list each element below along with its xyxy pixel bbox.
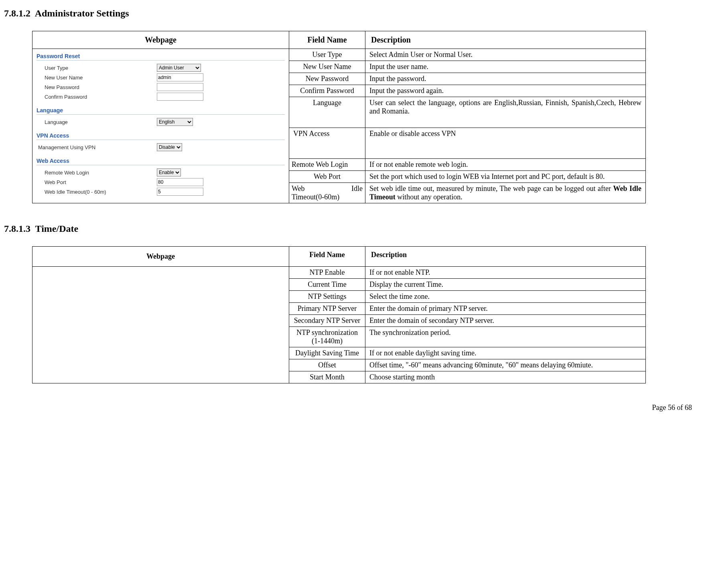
table-header-row: Webpage Field Name Description bbox=[32, 31, 646, 49]
new-password-input[interactable] bbox=[157, 83, 203, 91]
description-cell: The synchronization period. bbox=[365, 327, 646, 347]
field-name-cell: Language bbox=[289, 97, 365, 128]
section-number: 7.8.1.2 bbox=[4, 8, 30, 18]
confirm-password-input[interactable] bbox=[157, 93, 203, 101]
field-name-cell: NTP synchronization (1-1440m) bbox=[289, 327, 365, 347]
field-name-cell: Daylight Saving Time bbox=[289, 347, 365, 359]
webpage-screenshot-cell: Password Reset User Type Admin User New … bbox=[32, 49, 289, 203]
form-row-user-type: User Type Admin User bbox=[37, 63, 285, 73]
description-cell: Display the current Time. bbox=[365, 279, 646, 291]
field-name-cell: Primary NTP Server bbox=[289, 303, 365, 315]
section-title: Time/Date bbox=[35, 223, 79, 234]
table-row: Password Reset User Type Admin User New … bbox=[32, 49, 646, 61]
form-row-web-port: Web Port bbox=[37, 177, 285, 187]
form-row-new-user-name: New User Name bbox=[37, 73, 285, 82]
label-remote-login: Remote Web Login bbox=[45, 170, 157, 176]
label-web-port: Web Port bbox=[45, 179, 157, 185]
description-cell: Enable or disable access VPN bbox=[365, 128, 646, 159]
description-cell: Select Admin User or Normal User. bbox=[365, 49, 646, 61]
section-heading-time-date: 7.8.1.3 Time/Date bbox=[4, 223, 696, 234]
field-name-cell: Current Time bbox=[289, 279, 365, 291]
label-idle-timeout: Web Idle Timeout(0 - 60m) bbox=[45, 189, 157, 195]
th-description: Description bbox=[365, 31, 646, 49]
form-row-new-password: New Password bbox=[37, 82, 285, 92]
form-row-idle-timeout: Web Idle Timeout(0 - 60m) bbox=[37, 187, 285, 197]
vpn-access-panel: VPN Access Management Using VPN Disable bbox=[37, 132, 285, 152]
admin-settings-table: Webpage Field Name Description Password … bbox=[32, 31, 646, 203]
time-date-table: Webpage Field Name Description NTP Enabl… bbox=[32, 246, 646, 383]
field-text-right: Idle bbox=[351, 185, 363, 193]
description-cell: If or not enable NTP. bbox=[365, 267, 646, 279]
label-confirm-password: Confirm Password bbox=[45, 94, 157, 100]
description-cell: Select the time zone. bbox=[365, 291, 646, 303]
table-row: NTP Enable If or not enable NTP. bbox=[32, 267, 646, 279]
page-footer: Page 56 of 68 bbox=[4, 403, 692, 412]
remote-login-select[interactable]: Enable bbox=[157, 168, 181, 176]
label-new-password: New Password bbox=[45, 84, 157, 90]
desc-text-pre: Set web idle time out, measured by minut… bbox=[369, 185, 613, 193]
description-cell: Enter the domain of secondary NTP server… bbox=[365, 315, 646, 327]
field-name-cell: Remote Web Login bbox=[289, 159, 365, 171]
description-cell: Offset time, "-60" means advancing 60min… bbox=[365, 359, 646, 371]
field-name-cell: NTP Settings bbox=[289, 291, 365, 303]
panel-title: Language bbox=[37, 107, 285, 115]
language-select[interactable]: English bbox=[157, 118, 193, 126]
label-language: Language bbox=[45, 119, 157, 125]
panel-title: Web Access bbox=[37, 158, 285, 165]
description-cell: Choose starting month bbox=[365, 371, 646, 383]
password-reset-panel: Password Reset User Type Admin User New … bbox=[37, 53, 285, 101]
field-name-cell: User Type bbox=[289, 49, 365, 61]
panel-title: VPN Access bbox=[37, 132, 285, 140]
field-text-left: Web bbox=[292, 185, 305, 193]
field-name-cell: Web Idle Timeout(0-60m) bbox=[289, 183, 365, 203]
th-webpage: Webpage bbox=[32, 247, 289, 267]
form-row-remote-login: Remote Web Login Enable bbox=[37, 168, 285, 177]
field-name-cell: New Password bbox=[289, 73, 365, 85]
field-name-cell: VPN Access bbox=[289, 128, 365, 159]
field-name-cell: Web Port bbox=[289, 171, 365, 183]
form-row-confirm-password: Confirm Password bbox=[37, 92, 285, 101]
field-name-cell: New User Name bbox=[289, 61, 365, 73]
form-row-vpn: Management Using VPN Disable bbox=[37, 142, 285, 152]
label-vpn: Management Using VPN bbox=[38, 144, 157, 150]
description-cell: If or not enable daylight saving time. bbox=[365, 347, 646, 359]
new-user-name-input[interactable] bbox=[157, 73, 203, 81]
th-description: Description bbox=[365, 247, 646, 267]
idle-timeout-input[interactable] bbox=[157, 188, 203, 196]
panel-title: Password Reset bbox=[37, 53, 285, 61]
webpage-screenshot-cell bbox=[32, 267, 289, 383]
description-cell: Set the port which used to login WEB via… bbox=[365, 171, 646, 183]
section-number: 7.8.1.3 bbox=[4, 223, 30, 234]
th-webpage: Webpage bbox=[32, 31, 289, 49]
vpn-select[interactable]: Disable bbox=[157, 143, 182, 151]
web-port-input[interactable] bbox=[157, 178, 203, 186]
desc-text-post: without any operation. bbox=[396, 193, 463, 201]
description-cell: Input the user name. bbox=[365, 61, 646, 73]
description-cell: Set web idle time out, measured by minut… bbox=[365, 183, 646, 203]
description-cell: Input the password again. bbox=[365, 85, 646, 97]
description-cell: If or not enable remote web login. bbox=[365, 159, 646, 171]
user-type-select[interactable]: Admin User bbox=[157, 64, 201, 72]
label-user-type: User Type bbox=[45, 65, 157, 71]
th-field-name: Field Name bbox=[289, 31, 365, 49]
field-name-cell: Confirm Password bbox=[289, 85, 365, 97]
field-name-cell: NTP Enable bbox=[289, 267, 365, 279]
field-name-cell: Offset bbox=[289, 359, 365, 371]
section-title: Administrator Settings bbox=[35, 8, 129, 18]
field-name-cell: Secondary NTP Server bbox=[289, 315, 365, 327]
description-cell: Input the password. bbox=[365, 73, 646, 85]
label-new-user-name: New User Name bbox=[45, 75, 157, 81]
field-text-line2: Timeout(0-60m) bbox=[292, 193, 363, 201]
description-cell: User can select the language, options ar… bbox=[365, 97, 646, 128]
field-name-cell: Start Month bbox=[289, 371, 365, 383]
th-field-name: Field Name bbox=[289, 247, 365, 267]
web-access-panel: Web Access Remote Web Login Enable Web P… bbox=[37, 158, 285, 197]
section-heading-admin-settings: 7.8.1.2 Administrator Settings bbox=[4, 8, 696, 19]
language-panel: Language Language English bbox=[37, 107, 285, 127]
description-cell: Enter the domain of primary NTP server. bbox=[365, 303, 646, 315]
table-header-row: Webpage Field Name Description bbox=[32, 247, 646, 267]
form-row-language: Language English bbox=[37, 117, 285, 127]
